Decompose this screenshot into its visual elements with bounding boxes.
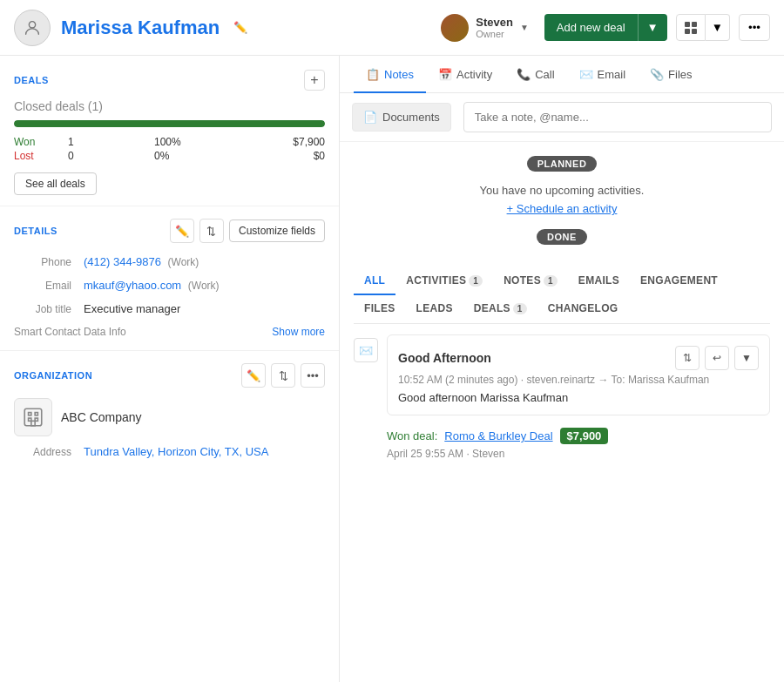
activities-badge: 1 [469, 275, 483, 287]
planned-badge: PLANNED [527, 156, 598, 172]
note-input[interactable] [463, 102, 772, 132]
filter-tab-deals[interactable]: DEALS1 [463, 295, 537, 323]
details-actions: ✏️ ⇅ Customize fields [170, 219, 325, 243]
smart-contact-label: Smart Contact Data Info [14, 326, 126, 338]
svg-rect-2 [29, 413, 31, 415]
org-title: ORGANIZATION [14, 370, 92, 381]
add-deal-group: Add new deal ▼ [544, 14, 667, 41]
contact-name: Marissa Kaufman [61, 17, 220, 39]
won-amount: $7,900 [240, 136, 325, 148]
add-new-deal-button[interactable]: Add new deal [544, 14, 638, 41]
deals-title: DEALS [14, 75, 49, 85]
contact-avatar [14, 10, 51, 46]
filter-tab-bar: ALL ACTIVITIES1 NOTES1 EMAILS ENGAGEMENT… [354, 267, 770, 324]
reorder-details-button[interactable]: ⇅ [199, 219, 224, 243]
filter-tab-notes[interactable]: NOTES1 [493, 267, 568, 295]
email-field-row: Email mkauf@yhaoo.com (Work) [14, 279, 325, 292]
svg-rect-6 [31, 421, 35, 425]
email-meta: 10:52 AM (2 minutes ago) · steven.reinar… [398, 374, 759, 386]
note-area: 📄 Documents [340, 93, 784, 142]
reply-email-button[interactable]: ↩ [705, 346, 729, 370]
tab-activity[interactable]: 📅 Activity [426, 56, 504, 93]
org-company: ABC Company [14, 398, 325, 436]
lost-percent: 0% [154, 150, 239, 162]
owner-name: Steven [476, 16, 513, 29]
deal-won-name[interactable]: Romo & Burkley Deal [444, 429, 552, 442]
document-icon: 📄 [363, 111, 377, 124]
filter-tab-emails[interactable]: EMAILS [568, 267, 630, 295]
planned-section: PLANNED You have no upcoming activities.… [354, 156, 770, 215]
org-icon [14, 398, 52, 436]
phone-link[interactable]: (412) 344-9876 [84, 255, 161, 268]
tab-email[interactable]: ✉️ Email [567, 56, 639, 93]
organization-section: ORGANIZATION ✏️ ⇅ ••• [0, 351, 339, 481]
owner-role: Owner [476, 29, 513, 39]
left-panel: DEALS + Closed deals (1) Won 1 100% $7,9… [0, 56, 340, 682]
org-actions: ✏️ ⇅ ••• [241, 363, 325, 388]
address-field-row: Address Tundra Valley, Horizon City, TX,… [14, 445, 325, 458]
job-field-row: Job title Executive manager [14, 302, 325, 315]
edit-contact-icon[interactable]: ✏️ [233, 21, 247, 34]
filter-tab-leads[interactable]: LEADS [406, 295, 463, 323]
header: Marissa Kaufman ✏️ Steven Owner ▼ Add ne… [0, 0, 784, 56]
more-options-button[interactable]: ••• [739, 14, 770, 41]
filter-tab-all[interactable]: ALL [354, 267, 395, 295]
right-panel: 📋 Notes 📅 Activity 📞 Call ✉️ Email 📎 Fil… [340, 56, 784, 682]
header-left: Marissa Kaufman ✏️ [14, 10, 247, 46]
email-link[interactable]: mkauf@yhaoo.com [84, 279, 181, 292]
customize-fields-button[interactable]: Customize fields [229, 219, 325, 242]
email-card-actions: ⇅ ↩ ▼ [675, 346, 759, 370]
more-org-button[interactable]: ••• [301, 363, 325, 388]
tab-files[interactable]: 📎 Files [638, 56, 704, 93]
documents-button[interactable]: 📄 Documents [352, 103, 451, 132]
notes-tab-icon: 📋 [366, 68, 380, 81]
person-icon [23, 18, 42, 37]
add-deal-button[interactable]: + [304, 70, 325, 91]
deal-stats: Won 1 100% $7,900 Lost 0 0% $0 [14, 136, 325, 162]
edit-details-button[interactable]: ✏️ [170, 219, 194, 243]
filter-tab-changelog[interactable]: CHANGELOG [537, 295, 629, 323]
deal-won-meta: April 25 9:55 AM · Steven [387, 448, 770, 460]
filter-tab-files[interactable]: FILES [354, 295, 406, 323]
filter-tab-engagement[interactable]: ENGAGEMENT [630, 267, 728, 295]
lost-amount: $0 [240, 150, 325, 162]
reorder-org-button[interactable]: ⇅ [271, 363, 295, 388]
svg-point-0 [29, 21, 35, 27]
add-deal-dropdown-button[interactable]: ▼ [638, 14, 667, 41]
tab-notes[interactable]: 📋 Notes [354, 56, 426, 93]
deals-section-header: DEALS + [14, 70, 325, 91]
tab-call[interactable]: 📞 Call [504, 56, 566, 93]
email-card-header: Good Afternoon ⇅ ↩ ▼ [398, 346, 759, 370]
owner-badge[interactable]: Steven Owner ▼ [434, 10, 536, 45]
see-all-deals-button[interactable]: See all deals [14, 172, 97, 195]
deal-won-card: Won deal: Romo & Burkley Deal $7,900 Apr… [387, 428, 770, 460]
more-email-button[interactable]: ▼ [734, 346, 759, 370]
schedule-activity-link[interactable]: + Schedule an activity [354, 202, 770, 215]
grid-icon [685, 22, 697, 34]
deal-won-container: Won deal: Romo & Burkley Deal $7,900 Apr… [354, 428, 770, 460]
phone-value: (412) 344-9876 (Work) [84, 255, 325, 268]
grid-dropdown-button[interactable]: ▼ [706, 14, 730, 41]
edit-org-button[interactable]: ✏️ [241, 363, 266, 388]
deals-progress-fill [14, 120, 325, 127]
filter-tab-activities[interactable]: ACTIVITIES1 [395, 267, 493, 295]
email-body: Good afternoon Marissa Kaufman [398, 391, 759, 404]
grid-view-button[interactable] [676, 14, 706, 41]
deals-badge: 1 [513, 303, 527, 314]
activity-tab-icon: 📅 [438, 68, 452, 81]
email-float-icon[interactable]: ✉️ [354, 338, 378, 362]
email-card: Good Afternoon ⇅ ↩ ▼ 10:52 AM (2 minutes… [387, 334, 770, 415]
svg-rect-1 [24, 409, 42, 426]
view-toggle: ▼ [676, 14, 730, 41]
address-value[interactable]: Tundra Valley, Horizon City, TX, USA [84, 445, 268, 458]
email-label: Email [14, 279, 84, 292]
email-title: Good Afternoon [398, 351, 491, 365]
expand-email-button[interactable]: ⇅ [675, 346, 700, 370]
email-card-container: ✉️ Good Afternoon ⇅ ↩ ▼ 10:52 AM (2 minu… [354, 334, 770, 415]
owner-avatar [441, 14, 469, 42]
show-more-button[interactable]: Show more [272, 326, 325, 338]
deals-section: DEALS + Closed deals (1) Won 1 100% $7,9… [0, 56, 339, 206]
call-tab-icon: 📞 [517, 68, 531, 81]
tab-bar: 📋 Notes 📅 Activity 📞 Call ✉️ Email 📎 Fil… [340, 56, 784, 93]
lost-label: Lost [14, 150, 66, 162]
